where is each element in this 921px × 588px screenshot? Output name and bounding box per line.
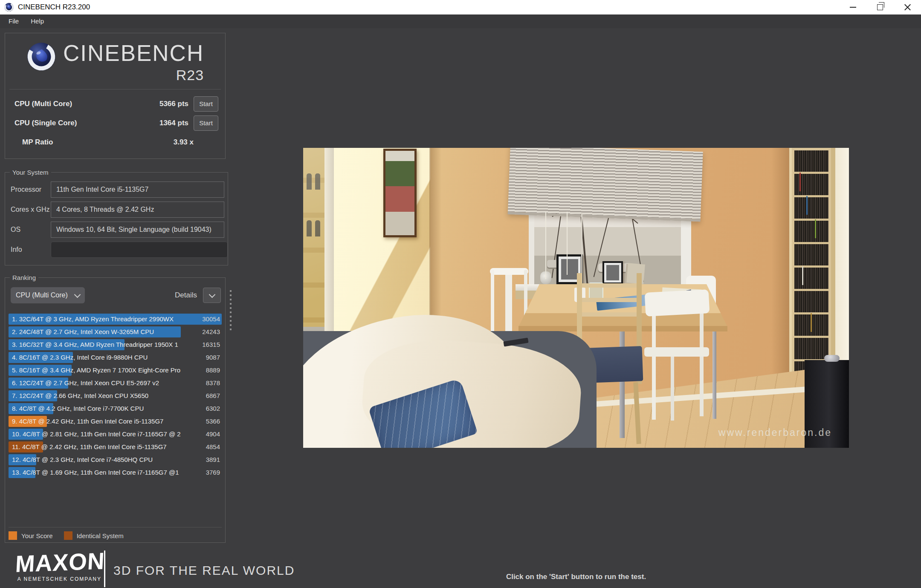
ranking-row-score: 16315: [202, 339, 220, 350]
footer-divider: [104, 551, 105, 587]
ranking-row-score: 8889: [206, 365, 220, 376]
logo-row: CINEBENCH R23: [5, 33, 225, 84]
ranking-row[interactable]: 6. 12C/24T @ 2.7 GHz, Intel Xeon CPU E5-…: [9, 378, 222, 389]
ranking-row-score: 8378: [206, 378, 220, 389]
ranking-row[interactable]: 1. 32C/64T @ 3 GHz, AMD Ryzen Threadripp…: [9, 314, 222, 325]
ranking-row[interactable]: 3. 16C/32T @ 3.4 GHz, AMD Ryzen Threadri…: [9, 339, 222, 350]
ranking-row-score: 30054: [202, 314, 220, 325]
white-chair-right: [645, 289, 710, 317]
legend-label: Your Score: [21, 532, 53, 539]
panel-splitter-handle[interactable]: [230, 290, 232, 330]
speaker-knob: [824, 355, 840, 362]
restore-icon: [877, 4, 883, 10]
ranking-row[interactable]: 13. 4C/8T @ 1.69 GHz, 11th Gen Intel Cor…: [9, 467, 222, 478]
divider: [9, 89, 221, 89]
start-hint-text: Click on the 'Start' button to run the t…: [303, 573, 849, 581]
ranking-row-label: 11. 4C/8T @ 2.42 GHz, 11th Gen Intel Cor…: [12, 441, 167, 453]
system-field-value: 11th Gen Intel Core i5-1135G7: [51, 182, 224, 198]
system-field-value: 4 Cores, 8 Threads @ 2.42 GHz: [51, 202, 224, 218]
ranking-row-score: 9087: [206, 352, 220, 363]
ranking-row-label: 13. 4C/8T @ 1.69 GHz, 11th Gen Intel Cor…: [12, 467, 179, 478]
ranking-row-label: 4. 8C/16T @ 2.3 GHz, Intel Core i9-9880H…: [12, 352, 148, 363]
picture-frame: [602, 261, 623, 284]
cinebench-logo-icon: [26, 42, 56, 72]
close-button[interactable]: [894, 0, 921, 14]
ranking-row-label: 8. 4C/8T @ 4.2 GHz, Intel Core i7-7700K …: [12, 403, 144, 414]
system-fields: Processor 11th Gen Intel Core i5-1135G7 …: [5, 176, 228, 259]
footer-tagline: 3D FOR THE REAL WORLD: [113, 563, 295, 578]
benchmark-value: 1364 pts: [159, 119, 188, 127]
maxon-wordmark: MAXON: [15, 549, 105, 576]
ranking-list: 1. 32C/64T @ 3 GHz, AMD Ryzen Threadripp…: [9, 314, 222, 478]
maxon-subtitle: A NEMETSCHEK COMPANY: [15, 576, 101, 582]
wall-painting: [383, 149, 417, 237]
legend-label: Identical System: [77, 532, 124, 539]
legend-swatch: [9, 531, 17, 540]
details-label: Details: [175, 291, 197, 300]
render-preview-image: www.renderbaron.de: [303, 148, 849, 448]
app-version: R23: [63, 67, 204, 84]
ranking-row-label: 10. 4C/8T @ 2.81 GHz, 11th Gen Intel Cor…: [12, 429, 181, 440]
postcards: [626, 263, 645, 284]
ranking-filter-value: CPU (Multi Core): [16, 291, 68, 299]
system-field-value[interactable]: [51, 242, 228, 258]
window-title: CINEBENCH R23.200: [18, 3, 90, 12]
menu-item[interactable]: Help: [25, 14, 50, 28]
ranking-row-label: 7. 12C/24T @ 2.66 GHz, Intel Xeon CPU X5…: [12, 390, 148, 401]
ranking-row[interactable]: 12. 4C/8T @ 2.3 GHz, Intel Core i7-4850H…: [9, 454, 222, 465]
ranking-row[interactable]: 11. 4C/8T @ 2.42 GHz, 11th Gen Intel Cor…: [9, 441, 222, 453]
ranking-row-label: 12. 4C/8T @ 2.3 GHz, Intel Core i7-4850H…: [12, 454, 153, 465]
benchmark-row: CPU (Multi Core) 5366 pts Start: [5, 94, 225, 113]
your-system-panel: Your System Processor 11th Gen Intel Cor…: [5, 169, 228, 265]
ranking-row-label: 6. 12C/24T @ 2.7 GHz, Intel Xeon CPU E5-…: [12, 378, 159, 389]
chevron-down-icon: [74, 291, 81, 298]
render-watermark: www.renderbaron.de: [718, 427, 832, 438]
ranking-row[interactable]: 9. 4C/8T @ 2.42 GHz, 11th Gen Intel Core…: [9, 416, 222, 427]
benchmark-label: CPU (Single Core): [14, 119, 77, 127]
start-button[interactable]: Start: [194, 96, 218, 112]
start-button[interactable]: Start: [194, 115, 218, 131]
ranking-row[interactable]: 4. 8C/16T @ 2.3 GHz, Intel Core i9-9880H…: [9, 352, 222, 363]
details-dropdown-button[interactable]: [203, 288, 221, 303]
ranking-filter-select[interactable]: CPU (Multi Core): [11, 287, 85, 303]
system-field-row: Processor 11th Gen Intel Core i5-1135G7: [5, 179, 228, 199]
menu-bar: FileHelp: [0, 14, 921, 28]
benchmark-value: 3.93 x: [174, 138, 218, 147]
app-logo-icon: [4, 3, 14, 12]
ranking-row-score: 6302: [206, 403, 220, 414]
ranking-row-score: 6867: [206, 390, 220, 401]
benchmark-label: CPU (Multi Core): [14, 100, 72, 108]
restore-button[interactable]: [866, 0, 894, 14]
ranking-row[interactable]: 10. 4C/8T @ 2.81 GHz, 11th Gen Intel Cor…: [9, 429, 222, 440]
legend-swatch: [64, 531, 72, 540]
benchmark-value: 5366 pts: [159, 100, 188, 108]
your-system-title: Your System: [10, 169, 51, 176]
ranking-row[interactable]: 2. 24C/48T @ 2.7 GHz, Intel Xeon W-3265M…: [9, 326, 222, 337]
ranking-row-score: 4854: [206, 441, 220, 453]
ranking-row[interactable]: 8. 4C/8T @ 4.2 GHz, Intel Core i7-7700K …: [9, 403, 222, 414]
ranking-row-score: 4904: [206, 429, 220, 440]
benchmark-label: MP Ratio: [22, 138, 53, 147]
system-field-row: OS Windows 10, 64 Bit, Single Language (…: [5, 219, 228, 239]
benchmark-row: CPU (Single Core) 1364 pts Start: [5, 113, 225, 133]
ranking-legend: Your Score Identical System: [9, 527, 222, 540]
ranking-row-label: 2. 24C/48T @ 2.7 GHz, Intel Xeon W-3265M…: [12, 326, 154, 337]
ranking-row-label: 5. 8C/16T @ 3.4 GHz, AMD Ryzen 7 1700X E…: [12, 365, 180, 376]
minimize-icon: [850, 7, 856, 8]
ranking-row[interactable]: 5. 8C/16T @ 3.4 GHz, AMD Ryzen 7 1700X E…: [9, 365, 222, 376]
legend-item: Identical System: [64, 531, 124, 540]
menu-item[interactable]: File: [3, 14, 25, 28]
ranking-title: Ranking: [10, 274, 38, 281]
system-field-label: OS: [11, 226, 51, 233]
details-control: Details: [175, 288, 221, 303]
ranking-row-score: 5366: [206, 416, 220, 427]
system-field-row: Cores x GHz 4 Cores, 8 Threads @ 2.42 GH…: [5, 199, 228, 219]
system-field-row: Info: [5, 239, 228, 259]
system-field-label: Processor: [11, 186, 51, 193]
close-icon: [904, 4, 911, 11]
system-field-value: Windows 10, 64 Bit, Single Language (bui…: [51, 222, 224, 238]
ranking-row[interactable]: 7. 12C/24T @ 2.66 GHz, Intel Xeon CPU X5…: [9, 390, 222, 401]
benchmark-rows: CPU (Multi Core) 5366 pts Start CPU (Sin…: [5, 94, 225, 152]
ranking-row-label: 3. 16C/32T @ 3.4 GHz, AMD Ryzen Threadri…: [12, 339, 178, 350]
minimize-button[interactable]: [839, 0, 866, 14]
